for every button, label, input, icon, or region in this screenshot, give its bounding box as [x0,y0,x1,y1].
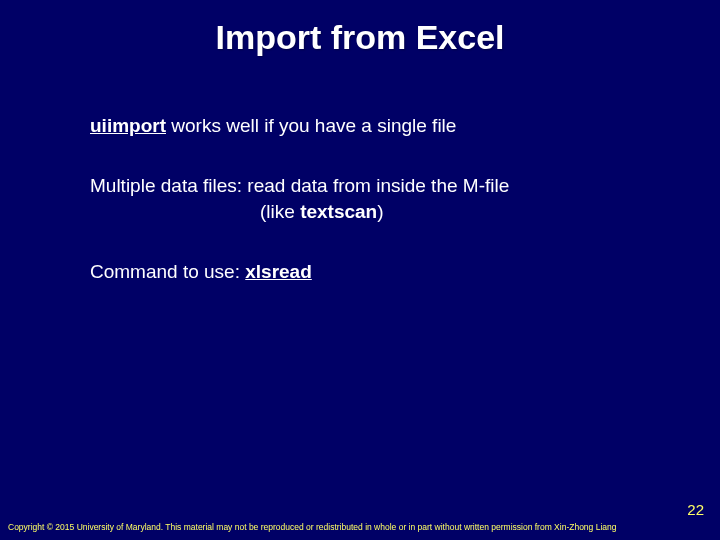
line3-prefix: Command to use: [90,261,245,282]
content-line-2-sub: (like textscan) [260,201,660,223]
line2-sub-suffix: ) [377,201,383,222]
slide-title: Import from Excel [0,18,720,57]
uiimport-keyword: uiimport [90,115,166,136]
content-line-1: uiimport works well if you have a single… [90,115,660,137]
line1-text: works well if you have a single file [166,115,456,136]
slide-content: uiimport works well if you have a single… [90,115,660,283]
content-line-2: Multiple data files: read data from insi… [90,175,660,197]
page-number: 22 [687,501,704,518]
content-line-3: Command to use: xlsread [90,261,660,283]
textscan-keyword: textscan [300,201,377,222]
line2-sub-prefix: (like [260,201,300,222]
xlsread-keyword: xlsread [245,261,312,282]
copyright-notice: Copyright © 2015 University of Maryland.… [8,522,712,532]
